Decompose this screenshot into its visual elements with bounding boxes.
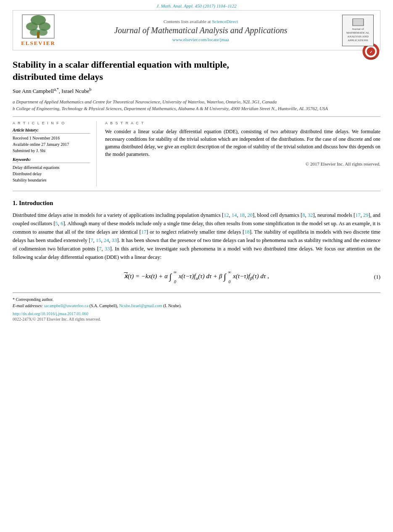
email-campbell[interactable]: sacampbell@uwaterloo.ca <box>44 303 89 308</box>
ref-24[interactable]: 24 <box>104 237 109 243</box>
authors: Sue Ann Campbella,*, Israel Ncubeb <box>13 87 380 95</box>
keyword-2: Distributed delay <box>13 171 90 177</box>
equation-1-math: ẋ(t) = −kx(t) + α ∫ ∞ 0 x(t−τ)fα(τ) dτ +… <box>124 273 269 279</box>
elsevier-logo: ELSEVIER <box>17 14 59 47</box>
journal-header-center: Contents lists available at ScienceDirec… <box>59 19 342 42</box>
ref-7b[interactable]: 7 <box>99 246 101 252</box>
ref-8[interactable]: 8 <box>303 212 305 218</box>
doi-link[interactable]: http://dx.doi.org/10.1016/j.jmaa.2017.01… <box>13 311 88 316</box>
equation-1-block: ẋ(t) = −kx(t) + α ∫ ∞ 0 x(t−τ)fα(τ) dτ +… <box>13 270 380 284</box>
abstract-label: A B S T R A C T <box>105 121 380 125</box>
ref-12[interactable]: 12 <box>224 212 229 218</box>
ref-6[interactable]: 6 <box>61 221 63 226</box>
divider-1 <box>13 116 380 117</box>
submitted-by: Submitted by J. Shi <box>13 147 90 154</box>
history-title: Article history: <box>13 128 90 134</box>
section-1-title: 1. Introduction <box>13 200 380 207</box>
svg-rect-7 <box>353 19 364 26</box>
right-logo-box: Journal of MATHEMATICAL ANALYSIS AND APP… <box>342 15 374 46</box>
author-campbell: Sue Ann Campbell <box>13 88 54 95</box>
doi-line: http://dx.doi.org/10.1016/j.jmaa.2017.01… <box>13 311 380 316</box>
keyword-3: Stability boundaries <box>13 177 90 183</box>
available-online: Available online 27 January 2017 <box>13 141 90 147</box>
abstract-copyright: © 2017 Elsevier Inc. All rights reserved… <box>105 161 380 166</box>
affiliations: a Department of Applied Mathematics and … <box>13 98 380 112</box>
keywords-title: Keywords: <box>13 157 90 163</box>
elsevier-wordmark: ELSEVIER <box>21 40 55 47</box>
issn-copyright: 0022-247X/© 2017 Elsevier Inc. All right… <box>13 317 380 321</box>
journal-title: Journal of Mathematical Analysis and App… <box>59 26 342 35</box>
elsevier-tree-icon <box>21 14 55 39</box>
svg-text:✓: ✓ <box>369 50 373 54</box>
ref-18[interactable]: 18 <box>240 212 245 218</box>
ref-20[interactable]: 20 <box>248 212 253 218</box>
paper-body: ✓ CrossMark Stability in a scalar differ… <box>13 50 380 321</box>
ref-5[interactable]: 5 <box>55 221 58 226</box>
info-abstract-section: A R T I C L E I N F O Article history: R… <box>13 121 380 187</box>
right-logo-text: Journal of MATHEMATICAL ANALYSIS AND APP… <box>344 27 372 42</box>
ref-32[interactable]: 32 <box>308 212 313 218</box>
right-logo: Journal of MATHEMATICAL ANALYSIS AND APP… <box>342 15 376 46</box>
divider-2 <box>13 191 380 191</box>
ref-7[interactable]: 7 <box>90 237 93 243</box>
email-ncube[interactable]: Ncube.Israel@gmail.com <box>119 303 163 308</box>
author-campbell-sup: a,* <box>54 87 59 92</box>
journal-header: ELSEVIER Contents lists available at Sci… <box>13 10 380 50</box>
article-info-label: A R T I C L E I N F O <box>13 121 90 125</box>
corresponding-author-note: * Corresponding author. <box>13 296 380 303</box>
author-ncube-sup: b <box>89 87 91 92</box>
affiliation-b: b College of Engineering, Technology & P… <box>13 105 380 112</box>
ref-17b[interactable]: 17 <box>141 229 147 235</box>
equation-1-number: (1) <box>374 274 380 280</box>
keyword-1: Delay differential equations <box>13 164 90 171</box>
article-info: A R T I C L E I N F O Article history: R… <box>13 121 97 187</box>
ref-29[interactable]: 29 <box>363 212 369 218</box>
svg-rect-5 <box>37 32 40 38</box>
email-note: E-mail addresses: sacampbell@uwaterloo.c… <box>13 303 380 309</box>
ref-15[interactable]: 15 <box>96 237 101 243</box>
ref-14[interactable]: 14 <box>232 212 237 218</box>
ref-18b[interactable]: 18 <box>244 229 250 235</box>
ref-17[interactable]: 17 <box>355 212 361 218</box>
paper-title: Stability in a scalar differential equat… <box>13 59 265 83</box>
right-logo-icon <box>352 18 364 26</box>
journal-reference: J. Math. Anal. Appl. 450 (2017) 1104–112… <box>0 0 393 10</box>
svg-text:CrossMark: CrossMark <box>366 57 376 59</box>
sciencedirect-link: Contents lists available at ScienceDirec… <box>59 19 342 24</box>
sciencedirect-anchor[interactable]: ScienceDirect <box>212 19 238 24</box>
ref-33b[interactable]: 33 <box>105 246 110 252</box>
abstract-text: We consider a linear scalar delay differ… <box>105 128 380 158</box>
affiliation-a: a Department of Applied Mathematics and … <box>13 98 380 105</box>
intro-paragraph: Distributed time delays arise in models … <box>13 211 380 261</box>
footnote-section: * Corresponding author. E-mail addresses… <box>13 292 380 321</box>
received: Received 1 November 2016 <box>13 135 90 141</box>
abstract-section: A B S T R A C T We consider a linear sca… <box>105 121 380 187</box>
keywords-block: Keywords: Delay differential equations D… <box>13 157 90 183</box>
equation-1-content: ẋ(t) = −kx(t) + α ∫ ∞ 0 x(t−τ)fα(τ) dτ +… <box>124 270 269 284</box>
history-block: Article history: Received 1 November 201… <box>13 128 90 154</box>
author-ncube: Israel Ncube <box>61 88 89 95</box>
ref-33[interactable]: 33 <box>112 237 117 243</box>
journal-url: www.elsevier.com/locate/jmaa <box>59 37 342 42</box>
